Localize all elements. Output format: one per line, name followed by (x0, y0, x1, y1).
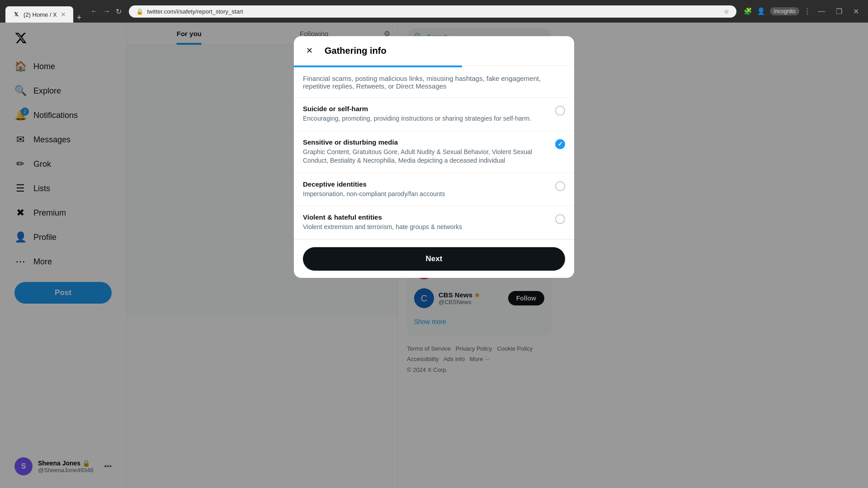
modal-overlay: ✕ Gathering info Financial scams, postin… (0, 23, 868, 488)
close-window-button[interactable]: ✕ (849, 5, 863, 18)
report-option-deceptive-desc: Impersonation, non-compliant parody/fan … (303, 190, 550, 199)
report-option-suicide-content: Suicide or self-harm Encouraging, promot… (303, 105, 550, 123)
lock-icon: 🔒 (136, 8, 143, 15)
report-option-deceptive-title: Deceptive identities (303, 180, 550, 188)
report-option-suicide-desc: Encouraging, promoting, providing instru… (303, 114, 550, 123)
report-modal: ✕ Gathering info Financial scams, postin… (294, 36, 574, 278)
modal-close-button[interactable]: ✕ (301, 42, 317, 59)
window-controls: — ❐ ✕ (814, 5, 863, 18)
address-bar[interactable]: 🔒 twitter.com/i/safety/report_story_star… (129, 5, 736, 18)
incognito-badge: Incognito (770, 7, 799, 15)
modal-top-text: Financial scams, posting malicious links… (294, 67, 574, 98)
report-option-violent-title: Violent & hateful entities (303, 213, 550, 221)
back-button[interactable]: ← (90, 7, 98, 15)
new-tab-button[interactable]: + (77, 13, 82, 23)
radio-suicide[interactable] (555, 106, 565, 116)
report-option-suicide-title: Suicide or self-harm (303, 105, 550, 113)
report-option-deceptive-content: Deceptive identities Impersonation, non-… (303, 180, 550, 199)
browser-actions: 🧩 👤 Incognito ⋮ (744, 7, 811, 15)
radio-deceptive[interactable] (555, 181, 565, 191)
report-option-suicide[interactable]: Suicide or self-harm Encouraging, promot… (294, 98, 574, 131)
browser-tabs: 𝕏 (2) Home / X ✕ + (5, 0, 81, 23)
modal-content: Financial scams, posting malicious links… (294, 67, 574, 239)
radio-violent[interactable] (555, 214, 565, 224)
browser-controls: ← → ↻ (90, 7, 122, 16)
report-option-violent-desc: Violent extremism and terrorism, hate gr… (303, 223, 550, 232)
browser-chrome: 𝕏 (2) Home / X ✕ + ← → ↻ 🔒 twitter.com/i… (0, 0, 868, 23)
modal-footer: Next (294, 239, 574, 278)
maximize-button[interactable]: ❐ (832, 5, 846, 18)
radio-sensitive[interactable] (555, 139, 565, 149)
next-button[interactable]: Next (303, 247, 565, 271)
reload-button[interactable]: ↻ (116, 7, 122, 16)
minimize-button[interactable]: — (814, 5, 829, 18)
main-layout: 🏠 Home 🔍 Explore 2 🔔 Notifications ✉ Mes… (0, 23, 868, 488)
report-option-sensitive-title: Sensitive or disturbing media (303, 138, 550, 146)
report-option-sensitive-content: Sensitive or disturbing media Graphic Co… (303, 138, 550, 165)
menu-button[interactable]: ⋮ (804, 7, 811, 15)
tab-close-button[interactable]: ✕ (61, 11, 66, 18)
star-icon: ☆ (724, 8, 729, 15)
report-option-sensitive[interactable]: Sensitive or disturbing media Graphic Co… (294, 131, 574, 173)
tab-favicon: 𝕏 (13, 11, 20, 18)
report-option-deceptive[interactable]: Deceptive identities Impersonation, non-… (294, 173, 574, 206)
report-option-violent-content: Violent & hateful entities Violent extre… (303, 213, 550, 232)
report-option-violent[interactable]: Violent & hateful entities Violent extre… (294, 206, 574, 239)
tab-label: (2) Home / X (24, 11, 57, 18)
forward-button[interactable]: → (103, 7, 110, 15)
url-text: twitter.com/i/safety/report_story_start (147, 8, 720, 15)
active-tab[interactable]: 𝕏 (2) Home / X ✕ (5, 6, 73, 23)
profile-button[interactable]: 👤 (757, 7, 765, 15)
extensions-button[interactable]: 🧩 (744, 7, 752, 15)
modal-title: Gathering info (325, 46, 387, 56)
report-option-sensitive-desc: Graphic Content, Gratuitous Gore, Adult … (303, 148, 550, 165)
modal-header: ✕ Gathering info (294, 36, 574, 66)
